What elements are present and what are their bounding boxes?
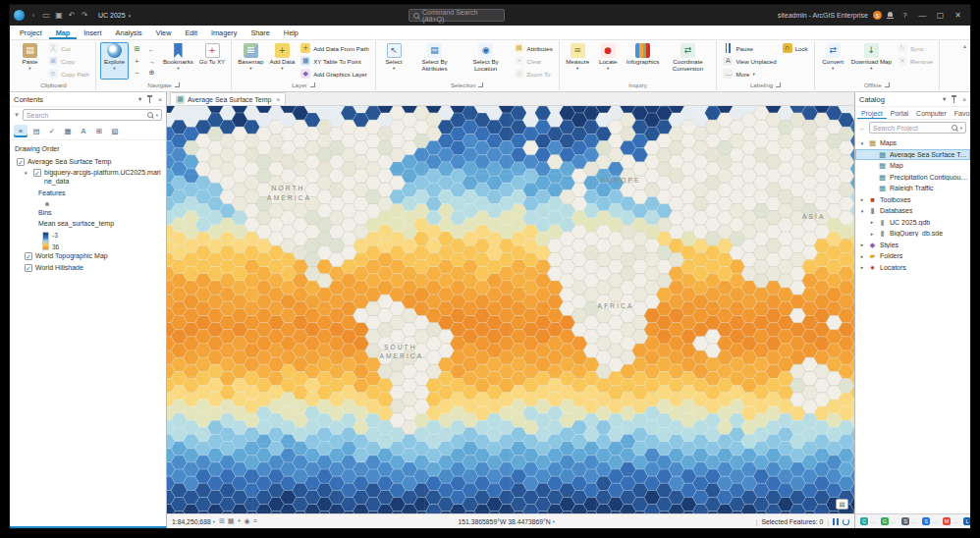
list-by-perspective-icon[interactable]: ▧	[108, 125, 122, 137]
map-overlay-button[interactable]: ▤	[836, 499, 848, 510]
basemap-button[interactable]: ⊞Basemap▾	[236, 42, 265, 80]
tab-project[interactable]: Project	[13, 26, 49, 39]
background-tab[interactable]: S…	[901, 517, 917, 525]
catalog-item-average-sea-surface-temp[interactable]: ▦Average Sea Surface Temp	[855, 149, 970, 161]
close-panel-icon[interactable]: ×	[962, 96, 966, 103]
navigate-back-icon[interactable]: ←	[859, 125, 866, 132]
expand-arrow-icon[interactable]: ▾	[859, 208, 865, 214]
list-by-data-source-icon[interactable]: ▤	[29, 125, 43, 137]
auto-hide-pin-icon[interactable]	[146, 95, 153, 104]
auto-hide-pin-icon[interactable]	[951, 95, 957, 104]
dialog-launcher-icon[interactable]	[885, 82, 890, 87]
remove-button[interactable]: ×Remove	[896, 55, 935, 67]
coordinates-display[interactable]: 151.3865859°W 38.4473869°N ▾	[458, 518, 555, 525]
convert-button[interactable]: ⇄Convert▾	[819, 42, 847, 80]
catalog-item-folders[interactable]: ▸▰Folders	[855, 250, 970, 262]
next-extent-button[interactable]: →	[145, 56, 158, 67]
catalog-item-toolboxes[interactable]: ▸■Toolboxes	[855, 194, 970, 206]
catalog-item-precipitation-contiguous-usa[interactable]: ▦Precipitation Contiguous USA	[855, 172, 970, 184]
catalog-item-locators[interactable]: ▸●Locators	[855, 262, 970, 274]
list-by-drawing-order-icon[interactable]: ≡	[14, 125, 27, 137]
background-tab[interactable]: S…	[922, 517, 938, 525]
catalog-item-raleigh-traffic[interactable]: ▦Raleigh Traffic	[855, 183, 970, 194]
select-button[interactable]: ↖Select▾	[380, 42, 408, 80]
catalog-tab-computer[interactable]: Computer	[912, 107, 951, 120]
background-tab[interactable]: C…	[860, 517, 876, 525]
explore-button[interactable]: Explore▾	[100, 42, 129, 80]
zoom-to-button[interactable]: ◎Zoom To	[513, 68, 555, 80]
dialog-launcher-icon[interactable]	[310, 82, 315, 87]
catalog-tab-portal[interactable]: Portal	[887, 107, 912, 120]
contents-search-input[interactable]: Search ▾	[23, 109, 162, 121]
tab-view[interactable]: View	[149, 26, 179, 39]
list-by-selection-icon[interactable]: ✓	[45, 125, 59, 137]
lock-button[interactable]: ∩Lock	[781, 42, 810, 54]
open-project-icon[interactable]: ▭	[40, 10, 52, 22]
command-search[interactable]: Command Search (Alt+Q)	[408, 9, 505, 22]
expand-arrow-icon[interactable]: ▸	[859, 196, 865, 202]
new-project-icon[interactable]: ▫	[27, 10, 39, 22]
more-button[interactable]: …More▾	[721, 68, 778, 80]
xy-table-to-point-button[interactable]: ▦XY Table To Point	[299, 55, 370, 67]
expand-arrow-icon[interactable]: ▸	[859, 253, 865, 259]
catalog-item-bigquery-db-sde[interactable]: ▸▮BigQuery_db.sde	[855, 228, 970, 240]
contents-basemap-item[interactable]: ✓ World Topographic Map	[12, 251, 164, 263]
tab-imagery[interactable]: Imagery	[204, 26, 244, 39]
help-icon[interactable]: ?	[898, 11, 911, 20]
list-by-snapping-icon[interactable]: ⊞	[92, 125, 106, 137]
attribute-list-icon[interactable]: ≡	[253, 517, 257, 525]
tab-analysis[interactable]: Analysis	[109, 26, 149, 39]
tab-edit[interactable]: Edit	[178, 26, 204, 39]
account-badge[interactable]: S	[873, 11, 882, 20]
contents-layer-item[interactable]: ▾ ✓ bigquery-arcgis-platform.UC2025.mari…	[12, 168, 164, 188]
dialog-launcher-icon[interactable]	[175, 82, 180, 87]
tab-map[interactable]: Map	[49, 26, 78, 39]
contents-map-item[interactable]: ✓ Average Sea Surface Temp	[12, 156, 164, 168]
background-tab[interactable]: M…	[943, 517, 958, 525]
catalog-item-maps[interactable]: ▾▦Maps	[855, 137, 970, 149]
locate-button[interactable]: ●Locate▾	[594, 42, 623, 80]
catalog-tab-favorites[interactable]: Favorites	[951, 107, 970, 120]
minimize-button[interactable]: —	[916, 11, 929, 20]
visibility-checkbox[interactable]: ✓	[17, 158, 25, 166]
map-canvas[interactable]: NORTHAMERICASOUTHAMERICAEUROPEAFRICAASIA…	[167, 106, 854, 513]
project-switcher[interactable]: UC 2025 ▾	[93, 12, 136, 19]
pan-button[interactable]: ⊕	[145, 68, 158, 79]
expand-arrow-icon[interactable]: ▾	[859, 140, 865, 146]
close-button[interactable]: ✕	[952, 11, 964, 20]
dialog-launcher-icon[interactable]	[478, 82, 483, 87]
save-project-icon[interactable]: ▣	[53, 10, 65, 22]
select-by-location-button[interactable]: ◉Select By Location	[462, 42, 511, 80]
account-name[interactable]: siteadmin - ArcGIS Enterprise	[778, 12, 868, 19]
spatial-reference-icon[interactable]: ⊞	[219, 517, 225, 525]
contents-hillshade-item[interactable]: ✓ World Hillshade	[12, 262, 164, 274]
catalog-item-uc-2025-gdb[interactable]: ▸▮UC 2025.gdb	[855, 217, 970, 229]
add-graphics-layer-button[interactable]: ◆Add Graphics Layer	[299, 68, 370, 80]
layer-visibility-icon[interactable]: ▦	[228, 517, 235, 525]
catalog-item-databases[interactable]: ▾▮Databases	[855, 205, 970, 217]
view-unplaced-button[interactable]: AView Unplaced	[721, 55, 778, 67]
notifications-icon[interactable]	[887, 12, 894, 20]
undo-icon[interactable]: ↶	[66, 10, 78, 22]
close-tab-icon[interactable]: ×	[276, 96, 280, 103]
measure-button[interactable]: ≡Measure▾	[564, 42, 592, 80]
pause-button[interactable]: Pause	[721, 42, 778, 54]
expand-arrow-icon[interactable]: ▸	[869, 231, 875, 237]
download-map-button[interactable]: ↓Download Map▾	[849, 42, 894, 80]
visibility-checkbox[interactable]: ✓	[25, 252, 32, 260]
background-tab[interactable]: L…	[963, 517, 970, 525]
sync-button[interactable]: ↻Sync	[896, 42, 935, 54]
redo-icon[interactable]: ↷	[79, 10, 90, 22]
scale-dropdown[interactable]: 1:84,250,688 ▾	[172, 518, 215, 525]
refresh-view-icon[interactable]	[843, 518, 849, 525]
collapse-ribbon-icon[interactable]: ▴	[963, 42, 966, 49]
visibility-checkbox[interactable]: ✓	[25, 264, 32, 272]
expand-arrow-icon[interactable]: ▸	[859, 242, 865, 247]
go-to-xy-button[interactable]: +Go To XY	[197, 42, 227, 80]
attributes-button[interactable]: ▤Attributes	[513, 42, 555, 54]
infographics-button[interactable]: Infographics	[625, 42, 662, 80]
filter-funnel-icon[interactable]: ▼	[14, 112, 20, 118]
copy-path-button[interactable]: ≡Copy Path	[46, 68, 91, 80]
visibility-checkbox[interactable]: ✓	[33, 169, 41, 177]
tab-share[interactable]: Share	[244, 26, 276, 39]
